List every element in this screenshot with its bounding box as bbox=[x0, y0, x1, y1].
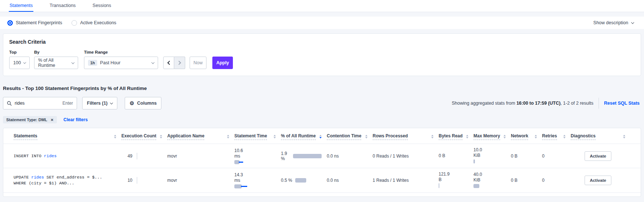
radio-active-executions-label: Active Executions bbox=[80, 20, 116, 25]
column-header-statements[interactable]: Statements bbox=[14, 133, 121, 140]
time-mean-line bbox=[239, 162, 243, 163]
show-description-label: Show description bbox=[593, 20, 628, 25]
sort-icon bbox=[431, 135, 433, 138]
radio-statement-fingerprints[interactable]: Statement Fingerprints bbox=[7, 20, 62, 26]
now-button[interactable]: Now bbox=[190, 57, 206, 69]
radio-unselected-icon bbox=[72, 20, 77, 26]
table-row: INSERT INTO rides 49 movr 10.6 ms 1.9 % … bbox=[3, 144, 641, 168]
time-range-select[interactable]: 1h Past Hour bbox=[84, 57, 158, 69]
chevron-down-icon bbox=[72, 61, 74, 64]
show-description-toggle[interactable]: Show description bbox=[593, 20, 634, 25]
view-toggle-row: Statement Fingerprints Active Executions… bbox=[0, 17, 644, 29]
search-criteria-panel: Search Criteria Top 100 By % of All Runt… bbox=[3, 33, 641, 76]
diagnostics-cell: Activate bbox=[571, 151, 630, 161]
chevron-right-icon bbox=[177, 61, 181, 65]
percent-runtime-cell: 1.9 % bbox=[281, 151, 327, 161]
chevron-left-icon bbox=[167, 61, 171, 65]
bytes-read-cell: 0 B bbox=[439, 153, 473, 159]
reset-sql-stats-link[interactable]: Reset SQL Stats bbox=[604, 101, 640, 106]
search-input-wrapper: Enter bbox=[3, 97, 77, 109]
statement-link[interactable]: INSERT INTO rides bbox=[14, 153, 121, 159]
tab-sessions[interactable]: Sessions bbox=[92, 0, 112, 12]
column-header-network[interactable]: Network bbox=[511, 133, 542, 140]
mini-bar-axis bbox=[137, 177, 137, 184]
divider bbox=[599, 98, 599, 109]
stats-time-range: 16:00 to 17:59 (UTC) bbox=[516, 101, 560, 106]
chevron-down-icon bbox=[110, 101, 113, 104]
filter-chip-statement-type[interactable]: Statement Type: DML ✕ bbox=[3, 116, 57, 123]
results-controls-row: Enter Filters (1) ⚙ Columns Showing aggr… bbox=[3, 97, 641, 109]
retries-cell: 0 bbox=[542, 178, 571, 183]
bytes-bar bbox=[439, 183, 439, 188]
column-header-rows-processed[interactable]: Rows Processed bbox=[373, 133, 439, 140]
max-memory-cell: 10.0 KiB bbox=[473, 147, 511, 165]
top-label: Top bbox=[9, 50, 34, 54]
tab-statements[interactable]: Statements bbox=[9, 0, 33, 12]
execution-count-cell: 10 bbox=[121, 177, 167, 184]
column-header-percent-runtime[interactable]: % of All Runtime bbox=[281, 133, 327, 140]
radio-active-executions[interactable]: Active Executions bbox=[72, 20, 116, 26]
search-enter-hint: Enter bbox=[62, 101, 73, 106]
memory-bar bbox=[473, 159, 475, 163]
sort-icon bbox=[535, 135, 537, 138]
sort-icon bbox=[114, 135, 116, 138]
gear-icon: ⚙ bbox=[129, 101, 134, 106]
sort-icon bbox=[623, 135, 625, 138]
filters-button[interactable]: Filters (1) bbox=[82, 97, 117, 109]
time-range-field: Time Range 1h Past Hour bbox=[84, 50, 163, 69]
filter-chip-row: Statement Type: DML ✕ Clear filters bbox=[3, 116, 641, 123]
percent-runtime-cell: 0.5 % bbox=[281, 178, 327, 183]
sort-icon bbox=[563, 135, 566, 138]
column-header-diagnostics[interactable]: Diagnostics bbox=[571, 133, 630, 140]
activate-diagnostics-button[interactable]: Activate bbox=[585, 176, 611, 185]
memory-bar bbox=[473, 184, 479, 188]
chevron-down-icon bbox=[23, 61, 26, 64]
application-name-cell: movr bbox=[167, 178, 234, 183]
by-select[interactable]: % of All Runtime bbox=[34, 57, 78, 69]
close-icon[interactable]: ✕ bbox=[51, 118, 54, 122]
column-header-execution-count[interactable]: Execution Count bbox=[121, 133, 167, 140]
network-cell: 0 B bbox=[511, 178, 542, 183]
search-icon bbox=[7, 101, 12, 106]
chevron-down-icon bbox=[631, 21, 634, 24]
time-prev-button[interactable] bbox=[163, 57, 174, 69]
sort-icon bbox=[160, 135, 162, 138]
column-header-application-name[interactable]: Application Name bbox=[167, 133, 234, 140]
time-next-button[interactable] bbox=[174, 57, 185, 69]
clear-filters-link[interactable]: Clear filters bbox=[63, 117, 88, 122]
contention-time-cell: 0.0 ns bbox=[327, 178, 373, 183]
sort-icon bbox=[365, 135, 367, 138]
column-header-max-memory[interactable]: Max Memory bbox=[473, 133, 511, 140]
statements-table: Statements Execution Count Application N… bbox=[3, 128, 641, 197]
time-range-badge: 1h bbox=[88, 60, 97, 66]
column-header-bytes-read[interactable]: Bytes Read bbox=[439, 133, 473, 140]
filters-button-label: Filters (1) bbox=[87, 101, 107, 106]
radio-statement-fingerprints-label: Statement Fingerprints bbox=[16, 20, 62, 25]
execution-count-cell: 49 bbox=[121, 153, 167, 159]
statement-time-cell: 10.6 ms bbox=[234, 148, 281, 164]
max-memory-cell: 40.0 KiB bbox=[473, 172, 511, 189]
search-input[interactable] bbox=[15, 101, 59, 106]
activate-diagnostics-button[interactable]: Activate bbox=[585, 151, 611, 161]
top-field: Top 100 bbox=[9, 50, 34, 69]
statement-time-cell: 14.3 ms bbox=[234, 172, 281, 188]
column-header-contention-time[interactable]: Contention Time bbox=[327, 133, 373, 140]
apply-button[interactable]: Apply bbox=[212, 57, 233, 69]
chevron-down-icon bbox=[151, 61, 154, 64]
column-header-statement-time[interactable]: Statement Time bbox=[234, 133, 281, 140]
network-cell: 0 B bbox=[511, 154, 542, 159]
sort-icon bbox=[504, 135, 506, 138]
columns-button[interactable]: ⚙ Columns bbox=[125, 97, 161, 109]
by-select-value: % of All Runtime bbox=[38, 58, 69, 68]
diagnostics-cell: Activate bbox=[571, 176, 630, 185]
statement-link[interactable]: UPDATE rides SET end_address = $... WHER… bbox=[14, 174, 121, 186]
by-field: By % of All Runtime bbox=[34, 50, 84, 69]
column-header-retries[interactable]: Retries bbox=[542, 133, 571, 140]
tab-transactions[interactable]: Transactions bbox=[49, 0, 76, 12]
mini-bar-axis bbox=[137, 153, 137, 159]
retries-cell: 0 bbox=[542, 154, 571, 159]
by-label: By bbox=[34, 50, 84, 54]
time-range-value: Past Hour bbox=[100, 60, 121, 65]
top-select[interactable]: 100 bbox=[9, 57, 30, 69]
runtime-bar bbox=[295, 178, 306, 183]
